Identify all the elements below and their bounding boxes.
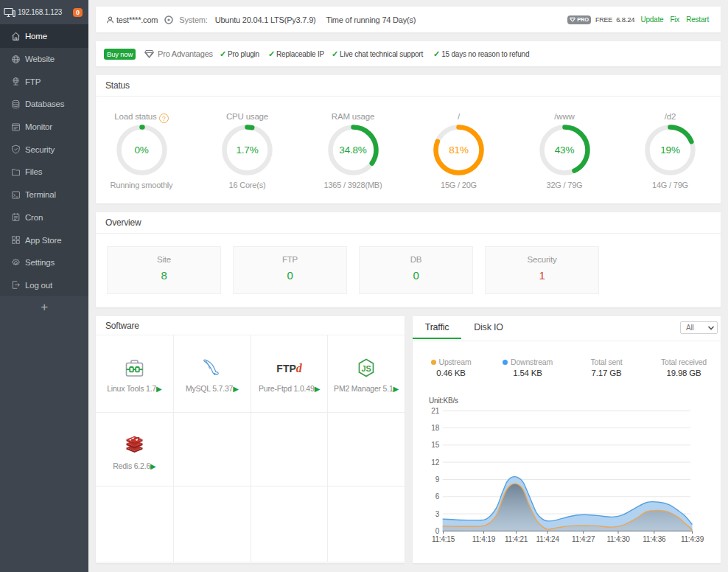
- svg-text:Unit:KB/s: Unit:KB/s: [429, 397, 458, 405]
- svg-text:6: 6: [435, 492, 440, 501]
- svg-text:11:4:15: 11:4:15: [432, 535, 455, 543]
- svg-text:11:4:39: 11:4:39: [681, 535, 704, 543]
- svg-text:12: 12: [431, 458, 439, 467]
- svg-text:0: 0: [435, 527, 440, 535]
- svg-text:21: 21: [431, 407, 439, 415]
- svg-text:9: 9: [435, 475, 440, 484]
- svg-text:11:4:24: 11:4:24: [536, 535, 560, 543]
- svg-text:JS: JS: [362, 364, 371, 373]
- svg-text:11:4:36: 11:4:36: [643, 535, 666, 543]
- svg-text:15: 15: [431, 441, 439, 449]
- svg-text:11:4:21: 11:4:21: [505, 535, 528, 543]
- svg-text:18: 18: [431, 424, 439, 432]
- svg-text:3: 3: [435, 510, 440, 518]
- svg-text:11:4:30: 11:4:30: [606, 535, 630, 543]
- svg-text:11:4:27: 11:4:27: [572, 535, 595, 543]
- svg-text:11:4:19: 11:4:19: [472, 535, 496, 543]
